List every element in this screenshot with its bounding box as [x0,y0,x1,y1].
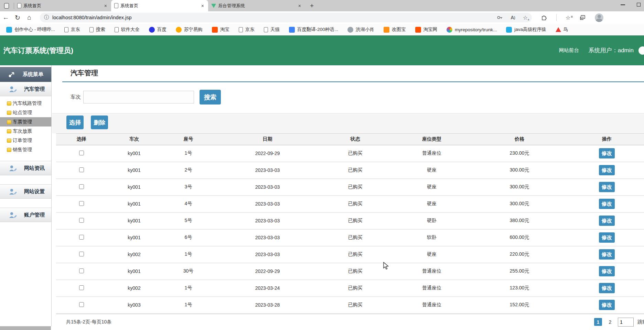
browser-tab[interactable]: 系统首页 × [14,0,111,11]
extensions-puzzle-icon[interactable] [541,14,547,21]
delete-button[interactable]: 删除 [91,116,108,129]
bookmark-item[interactable]: 创作中心 - 哔哩哔... [6,26,55,33]
bookmark-label: 淘宝 [220,26,229,33]
sidebar-item[interactable]: 站点管理 [0,108,51,117]
row-checkbox[interactable] [79,167,84,172]
browser-tab[interactable]: 后台管理系统 × [208,0,305,11]
table-row: ky001 1号 2022-09-29 已购买 普通座位 230.00元 修改 [56,145,644,162]
row-checkbox[interactable] [79,235,84,240]
browser-tab[interactable]: 系统首页 × [111,0,208,11]
person-edit-icon [9,165,17,172]
page-number[interactable]: 1 [594,318,602,326]
edit-button[interactable]: 修改 [599,182,615,192]
minimize-icon[interactable] [621,4,625,5]
sidebar-subitems [0,175,51,180]
refresh-icon[interactable] [12,14,23,22]
bookmark-favicon-icon [115,27,119,32]
bookmark-item[interactable]: 百度 [149,26,167,33]
table-row: ky001 30号 2022-09-29 已购买 普通座位 255.00元 修改 [56,263,644,280]
bookmark-favicon-icon [212,27,218,33]
row-checkbox[interactable] [79,285,84,290]
section-label: 网站资讯 [24,165,45,172]
bookmark-item[interactable]: 淘宝 [212,26,229,33]
page-number[interactable]: 2 [606,318,614,326]
collections-icon[interactable] [579,14,586,21]
row-checkbox[interactable] [79,184,84,189]
sidebar-item[interactable]: 车票管理 [0,117,51,126]
bookmark-item[interactable]: java高级程序猿 [506,26,546,33]
edit-button[interactable]: 修改 [599,283,615,293]
row-checkbox[interactable] [79,252,84,256]
jump-page-input[interactable] [618,318,634,327]
profile-avatar[interactable] [595,13,603,22]
bookmark-item[interactable]: 京东 [64,26,80,33]
sidebar-item[interactable]: 销售管理 [0,145,51,154]
new-tab-button[interactable]: + [310,2,314,10]
window-controls [621,1,641,7]
edit-button[interactable]: 修改 [599,300,615,310]
bookmark-favicon-icon [556,27,561,32]
tab-close-icon[interactable]: × [103,3,108,9]
restore-icon[interactable] [637,3,641,7]
cell-seat-no: 1号 [162,280,215,297]
edit-button[interactable]: 修改 [599,232,615,243]
sidebar-section-header[interactable]: 网站资讯 [0,161,51,175]
bookmark-item[interactable]: 鸟 [556,26,568,33]
bookmark-item[interactable]: 淘宝网 [415,26,438,33]
site-info-icon[interactable] [44,14,49,21]
sidebar-item-label: 订单管理 [13,138,32,144]
edit-button[interactable]: 修改 [599,148,615,158]
back-icon[interactable] [0,14,12,21]
row-checkbox[interactable] [79,302,84,307]
edit-button[interactable]: 修改 [599,165,615,175]
bookmark-item[interactable]: 搜索 [89,26,105,33]
workspace-icon[interactable] [4,3,9,9]
url-text[interactable]: localhost:8080/train/admin/index.jsp [52,15,489,20]
sidebar-section-header[interactable]: 汽车管理 [0,82,51,96]
edit-button[interactable]: 修改 [599,266,615,276]
sidebar-item-label: 车票管理 [13,119,32,125]
person-edit-icon [9,86,17,92]
address-bar[interactable]: localhost:8080/train/admin/index.jsp A [40,13,532,22]
front-site-link[interactable]: 网站前台 [559,47,579,54]
bookmark-item[interactable]: 软件大全 [115,26,140,33]
bookmark-item[interactable]: 改图宝 [384,26,406,33]
row-checkbox[interactable] [79,268,84,273]
sidebar-sections: 汽车管理 汽车线路管理 站点管理 车票管理 [0,82,51,227]
person-edit-icon [9,212,17,218]
row-checkbox[interactable] [79,201,84,206]
read-aloud-icon[interactable]: A [511,15,515,20]
app-header: 汽车订票系统(管理员) 网站前台 系统用户：admin [0,35,644,65]
tab-close-icon[interactable]: × [200,3,205,9]
bookmark-item[interactable]: 苏宁易购 [176,26,203,33]
home-icon[interactable] [23,14,35,21]
bookmark-item[interactable]: 洪湖小肖 [347,26,374,33]
title-rule [62,81,644,82]
sidebar-section-header[interactable]: 网站设置 [0,184,51,199]
bookmark-item[interactable]: 天猫 [264,26,280,33]
row-checkbox[interactable] [79,218,84,223]
bookmark-item[interactable]: 百度翻译-200种语... [289,26,338,33]
add-favorite-star-icon[interactable] [523,14,528,21]
edit-button[interactable]: 修改 [599,199,615,209]
row-checkbox[interactable] [79,151,84,155]
edit-button[interactable]: 修改 [599,216,615,226]
cell-seat-type: 软卧 [390,229,473,246]
horizontal-scrollbar-thumb[interactable] [0,326,51,330]
search-button[interactable]: 搜索 [200,90,221,104]
favorites-hub-icon[interactable] [566,14,570,21]
user-avatar-icon[interactable] [638,46,644,55]
tab-close-icon[interactable]: × [297,3,302,9]
select-button[interactable]: 选择 [66,116,84,129]
bookmark-item[interactable]: myrepository/trunk... [447,27,497,33]
edit-button[interactable]: 修改 [599,249,615,260]
sidebar-item[interactable]: 订单管理 [0,136,51,145]
cell-train-no: ky001 [107,145,162,162]
search-input[interactable] [83,91,194,103]
sidebar-item[interactable]: 车次放票 [0,126,51,136]
sidebar-item[interactable]: 汽车线路管理 [0,99,51,108]
search-form: 车次 搜索 [71,90,644,104]
bookmark-item[interactable]: 京东 [239,26,255,33]
sidebar-section-header[interactable]: 账户管理 [0,208,51,222]
password-key-icon[interactable] [497,14,503,21]
